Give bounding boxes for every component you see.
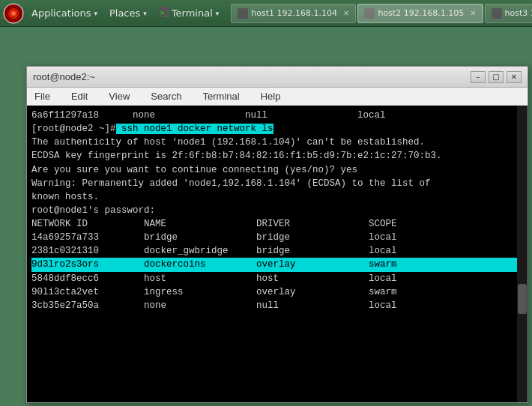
terminal-line: known hosts. [31,190,523,204]
terminal-line: NETWORK ID NAME DRIVER SCOPE [31,217,523,231]
maximize-button[interactable]: □ [489,71,504,83]
tab-host2-label: host2 192.168.1.105 [378,8,464,18]
minimize-button[interactable]: – [471,71,486,83]
menu-terminal[interactable]: Terminal [199,89,244,103]
menu-edit[interactable]: Edit [67,89,92,103]
taskbar: Applications ▾ Places ▾ >_ Terminal ▾ ho… [0,0,532,27]
tab-host3-icon [492,8,502,19]
terminal-line: 9d3lro2s3ors dockercoins overlay swarm [31,258,523,271]
svg-point-2 [11,11,16,16]
terminal-line: 5848ddf8ecc6 host host local [31,272,523,285]
terminal-label: Terminal [172,7,213,19]
places-label: Places [109,7,140,19]
tab-host1[interactable]: host1 192.168.1.104 ✕ [231,4,356,23]
places-menu[interactable]: Places ▾ [103,4,153,23]
terminal-line: 2381c0321310 docker_gwbridge bridge loca… [31,244,523,258]
tab-host2-icon [364,8,375,19]
terminal-output: 6a6f11297a18 none null local[root@node2 … [27,106,528,402]
terminal-line: [root@node2 ~]# ssh node1 docker network… [31,122,523,136]
terminal-line: 90li3cta2vet ingress overlay swarm [31,285,523,299]
taskbar-logo [3,3,24,24]
terminal-line: Are you sure you want to continue connec… [31,163,523,177]
tab-host3[interactable]: host3 192.168.1.113 ✕ [485,4,532,23]
tab-host3-label: host3 192.168.1.113 [505,8,532,18]
terminal-content[interactable]: 6a6f11297a18 none null local[root@node2 … [27,106,528,402]
menu-help[interactable]: Help [256,89,285,103]
terminal-arrow: ▾ [216,10,220,17]
menu-view[interactable]: View [104,89,134,103]
terminal-menu[interactable]: >_ Terminal ▾ [153,4,225,23]
tab-host2[interactable]: host2 192.168.1.105 ✕ [357,4,483,23]
places-arrow: ▾ [143,10,147,17]
terminal-line: ECDSA key fingerprint is 2f:6f:b8:b7:84:… [31,149,523,163]
scrollbar-thumb[interactable] [518,284,527,314]
menu-file[interactable]: File [30,89,55,103]
terminal-titlebar: root@node2:~ – □ ✕ [27,67,528,88]
window-controls: – □ ✕ [471,71,522,83]
close-button[interactable]: ✕ [507,71,522,83]
terminal-line: 14a69257a733 bridge bridge local [31,231,523,244]
terminal-window: root@node2:~ – □ ✕ File Edit View Search… [26,66,528,403]
terminal-title: root@node2:~ [33,71,95,82]
terminal-line: 3cb35e27a50a none null local [31,299,523,312]
menu-search[interactable]: Search [146,89,186,103]
terminal-line: root@node1's password: [31,204,523,217]
terminal-menubar: File Edit View Search Terminal Help [27,88,528,106]
applications-arrow: ▾ [94,10,97,17]
terminal-line: Warning: Permanently added 'node1,192.16… [31,177,523,190]
taskbar-tabs: host1 192.168.1.104 ✕ host2 192.168.1.10… [231,4,532,23]
svg-text:>_: >_ [160,9,169,16]
tab-host1-close[interactable]: ✕ [343,9,349,17]
applications-menu[interactable]: Applications ▾ [25,4,103,23]
applications-label: Applications [31,7,91,19]
terminal-line: The authenticity of host 'node1 (192.168… [31,136,523,149]
terminal-icon: >_ [159,7,169,19]
terminal-line: 6a6f11297a18 none null local [31,109,523,122]
tab-host2-close[interactable]: ✕ [470,9,476,17]
scrollbar[interactable] [517,106,528,402]
tab-host1-label: host1 192.168.1.104 [251,8,337,18]
tab-host1-icon [238,8,248,19]
